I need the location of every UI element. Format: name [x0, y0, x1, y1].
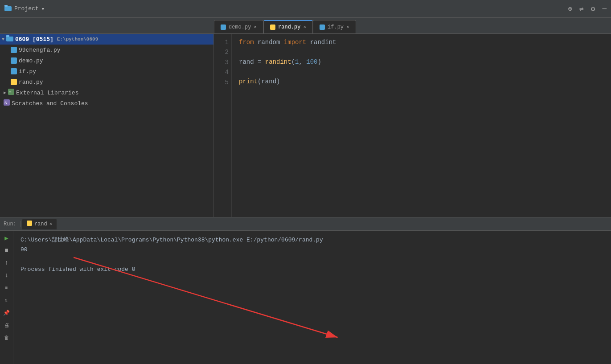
run-label: Run:	[4, 221, 21, 227]
run-stop-button[interactable]: ■	[2, 246, 11, 255]
if-py-icon	[320, 25, 325, 30]
demo-py-icon	[221, 25, 226, 30]
run-sort-button[interactable]: ⇅	[2, 296, 11, 305]
line-numbers: 1 2 3 4 5	[214, 34, 232, 217]
svg-text:S: S	[4, 101, 7, 106]
output-command-line: C:\Users\郜世峰\AppData\Local\Programs\Pyth…	[21, 235, 604, 245]
run-pin-button[interactable]: 📌	[2, 308, 11, 317]
run-play-button[interactable]: ▶	[2, 233, 11, 242]
sidebar-scratches-label: Scratches and Consoles	[12, 100, 88, 107]
root-arrow: ▼	[2, 37, 4, 42]
tab-rand-label: rand.py	[278, 24, 300, 30]
code-line-4	[239, 67, 604, 77]
folder-icon-small	[4, 5, 12, 13]
sidebar-file-99chengfa-label: 99chengfa.py	[19, 47, 61, 53]
run-tab-rand-label: rand	[34, 221, 47, 227]
run-scroll-up-button[interactable]: ↑	[2, 258, 11, 267]
root-folder-icon	[6, 35, 13, 43]
run-tab-rand-icon	[27, 221, 32, 228]
svg-rect-3	[6, 35, 9, 37]
code-editor[interactable]: 1 2 3 4 5 from random import randint ran…	[214, 34, 611, 217]
editor-area: 1 2 3 4 5 from random import randint ran…	[214, 34, 611, 217]
tab-demo[interactable]: demo.py ×	[214, 20, 263, 33]
tab-if-close[interactable]: ×	[346, 25, 349, 30]
code-line-5: print(rand)	[239, 77, 604, 86]
minimize-icon[interactable]: —	[602, 5, 607, 13]
tab-if-label: if.py	[328, 24, 344, 30]
code-line-2	[239, 47, 604, 57]
run-wrap-button[interactable]: ≡	[2, 283, 11, 292]
tab-rand-close[interactable]: ×	[303, 25, 306, 30]
tab-rand[interactable]: rand.py ×	[263, 20, 313, 33]
svg-rect-1	[4, 5, 8, 7]
py-icon-if	[11, 68, 17, 74]
py-icon-demo	[11, 57, 17, 64]
sidebar-root-label: 0609 [0515]	[15, 36, 53, 43]
svg-rect-2	[6, 37, 13, 41]
output-result: 90	[21, 245, 604, 255]
ext-libraries-icon: ≡	[8, 89, 14, 97]
title-bar-icons: ⊕ ⇌ ⚙ —	[568, 4, 607, 13]
split-icon[interactable]: ⇌	[579, 4, 584, 13]
code-content[interactable]: from random import randint rand = randin…	[232, 34, 611, 217]
sidebar-file-demo-label: demo.py	[19, 57, 43, 64]
run-sidebar: ▶ ■ ↑ ↓ ≡ ⇅ 📌 🖨 🗑	[0, 231, 13, 364]
run-tabs-bar: Run: rand ×	[0, 217, 611, 231]
rand-icon-rand	[11, 79, 17, 85]
bottom-panel: Run: rand × ▶ ■ ↑ ↓ ≡ ⇅ 📌 🖨 🗑 C:\Users\郜…	[0, 217, 611, 364]
sidebar-scratches-consoles[interactable]: S Scratches and Consoles	[0, 98, 213, 109]
ext-arrow: ▶	[4, 90, 6, 95]
sidebar-ext-libraries-label: External Libraries	[16, 90, 78, 96]
code-line-1: from random import randint	[239, 37, 604, 47]
svg-rect-8	[27, 221, 32, 226]
tabs-bar: demo.py × rand.py × if.py ×	[0, 18, 611, 34]
py-icon-99chengfa	[11, 47, 17, 53]
sidebar-file-rand-label: rand.py	[19, 79, 43, 86]
project-label[interactable]: Project	[14, 5, 39, 12]
output-process-finished: Process finished with exit code 0	[21, 265, 604, 274]
sidebar-file-if-label: if.py	[19, 68, 36, 75]
sidebar-file-rand[interactable]: rand.py	[0, 77, 213, 87]
run-trash-button[interactable]: 🗑	[2, 333, 11, 342]
rand-py-icon	[270, 25, 275, 30]
sidebar-file-99chengfa[interactable]: 99chengfa.py	[0, 45, 213, 55]
dropdown-icon[interactable]: ▾	[41, 5, 45, 12]
run-tab-rand[interactable]: rand ×	[22, 219, 57, 229]
svg-text:≡: ≡	[9, 90, 12, 95]
code-line-3: rand = randint(1, 100)	[239, 57, 604, 67]
run-scroll-down-button[interactable]: ↓	[2, 271, 11, 280]
tab-demo-close[interactable]: ×	[254, 25, 257, 30]
run-content: ▶ ■ ↑ ↓ ≡ ⇅ 📌 🖨 🗑 C:\Users\郜世峰\AppData\L…	[0, 231, 611, 364]
run-print-button[interactable]: 🖨	[2, 321, 11, 330]
tab-demo-label: demo.py	[229, 24, 251, 30]
settings-icon[interactable]: ⚙	[591, 4, 595, 13]
tab-if[interactable]: if.py ×	[313, 20, 356, 33]
sidebar-external-libraries[interactable]: ▶ ≡ External Libraries	[0, 87, 213, 98]
sidebar-root-path: E:\python\0609	[57, 37, 98, 42]
sidebar-file-demo[interactable]: demo.py	[0, 55, 213, 66]
sidebar: ▼ 0609 [0515] E:\python\0609 99chengfa.p…	[0, 34, 214, 217]
title-bar: Project ▾ ⊕ ⇌ ⚙ —	[0, 0, 611, 18]
title-bar-left: Project ▾	[4, 5, 45, 13]
run-output[interactable]: C:\Users\郜世峰\AppData\Local\Programs\Pyth…	[13, 231, 611, 364]
output-blank	[21, 255, 604, 265]
sidebar-root-folder[interactable]: ▼ 0609 [0515] E:\python\0609	[0, 34, 213, 45]
sidebar-file-if[interactable]: if.py	[0, 66, 213, 77]
run-tab-rand-close[interactable]: ×	[49, 221, 53, 227]
globe-icon[interactable]: ⊕	[568, 4, 572, 13]
scratches-icon: S	[4, 99, 10, 107]
main-content: ▼ 0609 [0515] E:\python\0609 99chengfa.p…	[0, 34, 611, 217]
svg-rect-0	[4, 6, 12, 11]
